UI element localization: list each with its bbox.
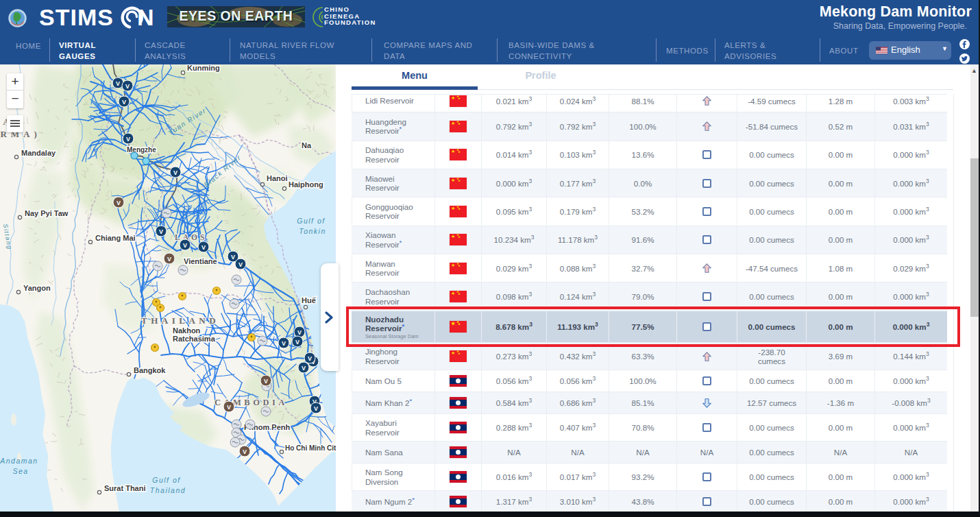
svg-text:Kunming: Kunming	[187, 64, 220, 72]
svg-text:THAILAND: THAILAND	[141, 315, 219, 326]
svg-text:LAOS: LAOS	[175, 233, 207, 241]
svg-text:V: V	[264, 378, 268, 385]
svg-text:V: V	[183, 242, 187, 249]
svg-text:Nay Pyi Taw: Nay Pyi Taw	[25, 209, 69, 217]
svg-text:V: V	[126, 136, 130, 143]
svg-text:Ho Chi Minh City: Ho Chi Minh City	[285, 444, 336, 452]
svg-text:Mandalay: Mandalay	[21, 149, 56, 157]
svg-text:Hanoi: Hanoi	[267, 174, 288, 182]
svg-text:Thailand: Thailand	[150, 486, 186, 494]
svg-text:Vientiane: Vientiane	[184, 257, 217, 265]
svg-text:Ratchasima: Ratchasima	[173, 335, 216, 343]
svg-text:V: V	[173, 169, 177, 176]
svg-text:V: V	[295, 339, 299, 346]
svg-text:Na: Na	[302, 141, 312, 149]
svg-text:Gulf of: Gulf of	[297, 217, 325, 225]
svg-text:V: V	[297, 329, 302, 336]
svg-text:V: V	[167, 256, 171, 263]
svg-text:Surat Thani: Surat Thani	[104, 484, 146, 492]
svg-text:Yangon: Yangon	[23, 284, 51, 292]
svg-text:V: V	[117, 200, 121, 206]
svg-text:V: V	[308, 355, 312, 362]
svg-text:V: V	[243, 448, 247, 455]
svg-text:Gulf of: Gulf of	[152, 476, 180, 484]
svg-text:Chiang Mai: Chiang Mai	[95, 234, 136, 242]
svg-text:V: V	[122, 99, 126, 106]
svg-text:V: V	[159, 228, 163, 235]
svg-text:Nakhon: Nakhon	[173, 326, 201, 335]
svg-text:Haiphong: Haiphong	[289, 180, 323, 189]
svg-text:V: V	[302, 365, 306, 372]
svg-text:Mengzhe: Mengzhe	[127, 146, 156, 154]
svg-text:V: V	[116, 80, 120, 87]
svg-text:Sea: Sea	[12, 467, 28, 475]
svg-text:V: V	[282, 340, 286, 347]
svg-text:Tonkin: Tonkin	[299, 227, 326, 235]
svg-text:V: V	[227, 404, 231, 411]
svg-text:V: V	[125, 83, 130, 90]
svg-text:V: V	[231, 254, 235, 261]
svg-text:Andaman: Andaman	[0, 457, 38, 465]
svg-text:Huế: Huế	[302, 296, 317, 304]
svg-text:Bangkok: Bangkok	[134, 366, 166, 374]
svg-text:V: V	[201, 244, 206, 251]
svg-text:V: V	[314, 405, 318, 412]
svg-text:V: V	[238, 261, 243, 268]
